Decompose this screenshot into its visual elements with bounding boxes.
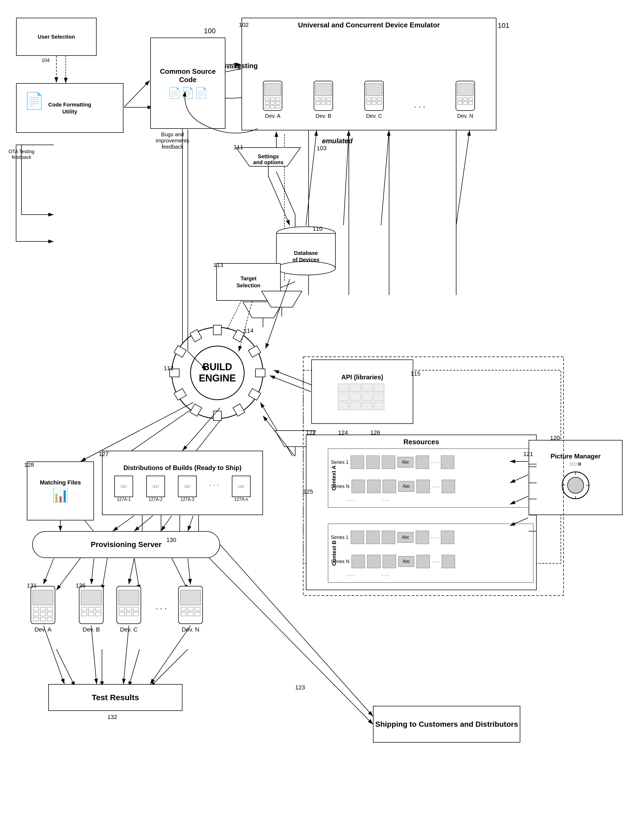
dev-n-label-emulator: Dev. N (455, 113, 476, 119)
svg-text:ENGINE: ENGINE (199, 372, 236, 384)
ref-111: 111 (233, 144, 243, 151)
test-results-label: Test Results (92, 693, 139, 702)
dev-n-phone-emulator: Dev. N (455, 80, 476, 119)
svg-text:of Devices: of Devices (293, 257, 319, 263)
ref-125: 125 (303, 488, 313, 495)
svg-line-170 (113, 516, 134, 531)
ref-113: 113 (213, 262, 223, 268)
doc-icon-1: 📄 (24, 91, 44, 110)
picture-manager-label: Picture Manager (550, 453, 601, 460)
svg-line-178 (188, 559, 190, 584)
svg-line-176 (91, 559, 94, 584)
dev-c-label-bottom: Dev. C (115, 626, 142, 633)
svg-line-173 (188, 516, 193, 531)
ref-122: 122 (306, 429, 316, 436)
svg-line-160 (381, 130, 389, 225)
build-engine-area: BUILD ENGINE (166, 322, 268, 424)
dots-emulator: · · · (414, 102, 425, 111)
user-selection-label: User Selection (38, 33, 75, 40)
ref-131: 131 (27, 582, 37, 589)
svg-line-29 (129, 649, 140, 687)
svg-rect-95 (256, 369, 265, 377)
dev-c-phone-emulator: Dev. C (363, 80, 385, 119)
series-n-a: Series N (331, 484, 350, 489)
context-a-section: Context A Series 1 Abc · · · Series N Ab… (328, 449, 534, 507)
distributions-label: Distributions of Builds (Ready to Ship) (103, 464, 262, 472)
ref-103: 103 (317, 145, 327, 152)
common-source-label: Common Source Code (151, 67, 225, 84)
context-b-section: Context B Series 1 Abc · · · Series N Ab… (328, 524, 534, 583)
svg-line-172 (161, 516, 172, 531)
matching-files-label: Matching Files (40, 479, 81, 486)
svg-line-43 (276, 172, 295, 214)
svg-line-158 (306, 130, 317, 225)
svg-line-177 (129, 559, 134, 584)
svg-point-86 (276, 262, 336, 275)
matching-files-box: Matching Files 📊 (27, 461, 94, 521)
svg-rect-130 (81, 590, 101, 605)
ref-112: 112 (164, 365, 173, 372)
ref-132: 132 (107, 714, 117, 720)
db-funnel (260, 290, 303, 317)
ref-101: 101 (498, 21, 509, 30)
testing-label: Testing (233, 62, 258, 70)
dev-b-label-bottom: Dev. B (78, 626, 105, 633)
ref-104: 104 (41, 58, 50, 63)
dev-b-label-emulator: Dev. B (313, 113, 334, 119)
svg-rect-92 (213, 325, 221, 335)
ref-110: 110 (313, 225, 322, 232)
picture-manager-box: Picture Manager □ □ ⊠ (529, 440, 623, 515)
dev-a-bottom: Dev. A (29, 585, 56, 633)
dev-b-phone-emulator: Dev. B (313, 80, 334, 119)
bugs-label: Bugs and improvements feedback (156, 132, 189, 150)
svg-line-182 (150, 626, 190, 684)
svg-marker-108 (262, 291, 302, 307)
svg-text:BUILD: BUILD (202, 362, 232, 372)
ref-136: 136 (76, 582, 86, 589)
dev-n-bottom: Dev. N (177, 585, 204, 633)
emulator-label: Universal and Concurrent Device Emulator (298, 21, 440, 29)
resources-box: Resources Context A Series 1 Abc · · · S… (306, 435, 537, 590)
shipping-label: Shipping to Customers and Distributors (375, 720, 518, 729)
provisioning-server-box: Provisioning Server (32, 531, 220, 558)
settings-box: Settings and options (233, 145, 303, 177)
api-libraries-box: API (libraries) (311, 360, 413, 424)
api-label: API (libraries) (338, 374, 386, 381)
dev-b-bottom: Dev. B (78, 585, 105, 633)
svg-rect-146 (180, 590, 201, 605)
emulated-label: emulated (322, 137, 353, 145)
svg-rect-46 (265, 84, 281, 96)
svg-line-157 (268, 176, 290, 225)
shipping-box: Shipping to Customers and Distributors (373, 706, 520, 743)
svg-line-166 (270, 375, 311, 392)
resources-label: Resources (307, 438, 536, 446)
target-selection-label: Target Selection (237, 275, 261, 289)
series-n-b: Series N (331, 559, 350, 564)
ref-115: 115 (411, 370, 420, 377)
diagram-container: Testing (0, 0, 644, 815)
ref-128: 128 (24, 461, 34, 469)
provisioning-server-label: Provisioning Server (91, 540, 162, 549)
dev-a-label-bottom: Dev. A (29, 626, 56, 633)
svg-line-30 (150, 649, 188, 687)
ref-123: 123 (295, 684, 305, 691)
svg-text:Database: Database (294, 250, 318, 256)
series-1-b: Series 1 (331, 535, 348, 540)
svg-rect-65 (366, 84, 382, 96)
ota-label: OTA Testing feedback (5, 149, 38, 160)
svg-line-175 (43, 559, 54, 584)
dev-a-label-emulator: Dev. A (262, 113, 284, 119)
svg-line-171 (134, 516, 153, 531)
ref-100: 100 (204, 27, 215, 35)
svg-rect-98 (213, 411, 221, 421)
svg-line-179 (43, 626, 64, 684)
distributions-box: Distributions of Builds (Ready to Ship) … (102, 451, 263, 515)
ref-121: 121 (523, 451, 533, 458)
dev-n-label-bottom: Dev. N (177, 626, 204, 633)
dev-a-phone-emulator: Dev. A (262, 80, 284, 119)
user-selection-box: User Selection (16, 18, 97, 56)
dev-c-label-emulator: Dev. C (363, 113, 385, 119)
svg-point-113 (567, 477, 584, 493)
ref-102: 102 (239, 21, 249, 28)
svg-rect-73 (457, 84, 473, 96)
